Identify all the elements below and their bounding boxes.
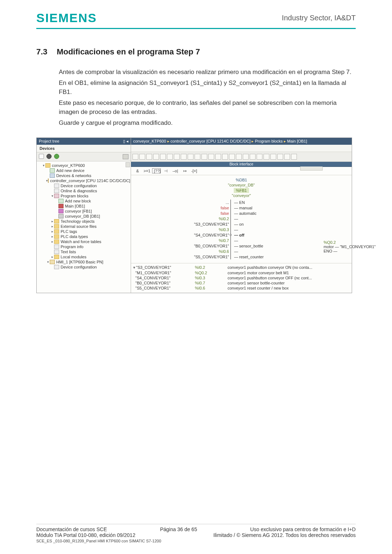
tree-item[interactable]: ▾Program blocks bbox=[37, 193, 131, 198]
lad-symbol[interactable]: [??] bbox=[152, 168, 161, 173]
lad-symbol[interactable]: -[=] bbox=[190, 169, 199, 173]
table-row[interactable]: "S4_CONVEYOR1"%I0.3conveyor1 pushbutton … bbox=[133, 275, 350, 280]
toolbar-button[interactable] bbox=[270, 154, 276, 160]
toolbar-icon[interactable] bbox=[46, 154, 52, 159]
tree-item[interactable]: ▸External source files bbox=[37, 224, 131, 229]
expand-icon[interactable]: ▾ bbox=[46, 260, 50, 264]
tree-item[interactable]: Add new block bbox=[37, 198, 131, 204]
tree-item[interactable]: ▸PLC tags bbox=[37, 229, 131, 234]
lad-symbol[interactable]: –o| bbox=[171, 169, 180, 173]
breadcrumb-item[interactable]: controller_conveyor [CPU 1214C DC/DC/DC] bbox=[171, 139, 251, 143]
body-text: Antes de comprobar la visualización es n… bbox=[59, 67, 356, 127]
toolbar-icon[interactable] bbox=[123, 154, 128, 159]
tree-item[interactable]: ▾controller_conveyor [CPU 1214C DC/DC/DC… bbox=[37, 178, 131, 183]
toolbar-button[interactable] bbox=[153, 154, 159, 160]
tree-item[interactable]: conveyor [FB1] bbox=[37, 209, 131, 214]
siemens-logo: SIEMENS bbox=[36, 11, 97, 25]
tree-toolbar bbox=[37, 152, 131, 161]
toolbar-button[interactable] bbox=[139, 154, 145, 160]
expand-icon[interactable]: ▸ bbox=[50, 225, 54, 228]
block-interface-bar[interactable]: Block interface bbox=[131, 162, 352, 167]
fb-pin-label: — bbox=[233, 217, 238, 221]
project-tree[interactable]: ▾conveyor_KTP600Add new deviceDevices & … bbox=[37, 161, 131, 293]
table-row[interactable]: "M1_CONVEYOR1"%Q0.2conveyor1 motor conve… bbox=[133, 270, 350, 275]
breadcrumb-item[interactable]: conveyor_KTP600 bbox=[133, 139, 166, 143]
fb-pin-source: "S4_CONVEYOR1" bbox=[180, 233, 230, 237]
tree-item[interactable]: ▸Technology objects bbox=[37, 219, 131, 224]
tree-item[interactable]: ▸Watch and force tables bbox=[37, 239, 131, 244]
fb-pin-source: "S3_CONVEYOR1" bbox=[180, 222, 230, 226]
tree-item[interactable]: Main [OB1] bbox=[37, 204, 131, 209]
variable-table: ▾"S3_CONVEYOR1"%I0.2conveyor1 pushbutton… bbox=[131, 263, 352, 293]
toolbar-icon[interactable] bbox=[54, 154, 59, 159]
tree-item[interactable]: Online & diagnostics bbox=[37, 188, 131, 193]
toolbar-button[interactable] bbox=[201, 154, 207, 160]
tree-item[interactable]: conveyor_DB [DB1] bbox=[37, 214, 131, 219]
tree-item[interactable]: ▾HMI_1 [KTP600 Basic PN] bbox=[37, 259, 131, 264]
tree-item[interactable]: Add new device bbox=[37, 168, 131, 173]
tree-item[interactable]: Text lists bbox=[37, 249, 131, 254]
footer-left: Documentación de cursos SCE bbox=[36, 526, 107, 532]
toolbar-icon[interactable] bbox=[39, 154, 44, 159]
tree-item[interactable]: ▸PLC data types bbox=[37, 234, 131, 239]
toolbar-button[interactable] bbox=[188, 154, 193, 160]
toolbar-button[interactable] bbox=[174, 154, 180, 160]
toolbar-button[interactable] bbox=[222, 154, 228, 160]
editor-panel: conveyor_KTP600 ▸ controller_conveyor [C… bbox=[131, 138, 352, 293]
expand-icon[interactable]: ▸ bbox=[50, 255, 54, 259]
expand-icon[interactable]: ▸ bbox=[50, 230, 54, 233]
project-tree-label: Project tree bbox=[39, 139, 59, 144]
toolbar-button[interactable] bbox=[257, 154, 262, 160]
breadcrumb-item[interactable]: Main [OB1] bbox=[287, 139, 307, 143]
lad-symbol[interactable]: >=1 bbox=[143, 169, 151, 173]
var-address: %I0.3 bbox=[195, 276, 228, 280]
lad-symbol[interactable]: ↦ bbox=[180, 169, 189, 173]
toolbar-button[interactable] bbox=[195, 154, 200, 160]
tree-item[interactable]: Devices & networks bbox=[37, 173, 131, 178]
table-row[interactable]: ▾"S3_CONVEYOR1"%I0.2conveyor1 pushbutton… bbox=[133, 265, 350, 270]
expand-icon[interactable]: ▾ bbox=[50, 194, 54, 198]
table-row[interactable]: "S5_CONVEYOR1"%I0.6conveyor1 reset count… bbox=[133, 286, 350, 291]
expand-icon[interactable]: ▸ bbox=[50, 235, 54, 238]
footer-docid: SCE_ES _010-080_R1209_Panel HMI KTP600 c… bbox=[36, 539, 356, 543]
toolbar-button[interactable] bbox=[277, 154, 283, 160]
toolbar-button[interactable] bbox=[236, 154, 242, 160]
toolbar-button[interactable] bbox=[291, 154, 297, 160]
tree-item[interactable]: ▾conveyor_KTP600 bbox=[37, 163, 131, 168]
tree-item[interactable]: Device configuration bbox=[37, 264, 131, 270]
expand-icon[interactable]: ▸ bbox=[50, 240, 54, 243]
toolbar-button[interactable] bbox=[146, 154, 152, 160]
toolbar-button[interactable] bbox=[284, 154, 290, 160]
add-icon bbox=[50, 168, 55, 173]
paragraph: Este paso es necesario porque, de lo con… bbox=[59, 98, 356, 117]
fb-pin-row: %I0.7— bbox=[180, 238, 303, 243]
tree-item[interactable]: Device configuration bbox=[37, 183, 131, 188]
tree-label: Online & diagnostics bbox=[61, 189, 97, 193]
toolbar-button[interactable] bbox=[160, 154, 166, 160]
lad-symbol[interactable]: & bbox=[133, 169, 142, 173]
eno-label: ENO — bbox=[323, 249, 376, 253]
fb-pin-source: %I0.7 bbox=[180, 238, 230, 243]
panel-controls-icon[interactable]: ▯ ◂ bbox=[123, 139, 128, 144]
expand-icon[interactable]: ▾ bbox=[42, 164, 45, 167]
toolbar-button[interactable] bbox=[167, 154, 173, 160]
toolbar-button[interactable] bbox=[132, 154, 138, 160]
toolbar-button[interactable] bbox=[243, 154, 249, 160]
toolbar-button[interactable] bbox=[264, 154, 269, 160]
toolbar-button[interactable] bbox=[250, 154, 256, 160]
devices-tab[interactable]: Devices bbox=[37, 145, 131, 152]
table-row[interactable]: "B0_CONVEYOR1"%I0.7conveyor1 sensor bott… bbox=[133, 280, 350, 286]
expand-icon[interactable]: ▸ bbox=[50, 219, 54, 223]
toolbar-button[interactable] bbox=[215, 154, 221, 160]
toolbar-button[interactable] bbox=[208, 154, 214, 160]
fb-icon bbox=[58, 209, 64, 213]
lad-symbol[interactable]: ⊣ bbox=[162, 169, 170, 173]
output-tag: "M1_CONVEYOR1" bbox=[340, 245, 376, 249]
tree-item[interactable]: ▸Local modules bbox=[37, 254, 131, 259]
tree-item[interactable]: Program info bbox=[37, 244, 131, 249]
breadcrumb-item[interactable]: Program blocks bbox=[255, 139, 282, 143]
tree-label: Devices & networks bbox=[56, 173, 91, 178]
var-desc: conveyor1 sensor bottle-counter bbox=[228, 281, 350, 285]
toolbar-button[interactable] bbox=[181, 154, 187, 160]
toolbar-button[interactable] bbox=[229, 154, 235, 160]
